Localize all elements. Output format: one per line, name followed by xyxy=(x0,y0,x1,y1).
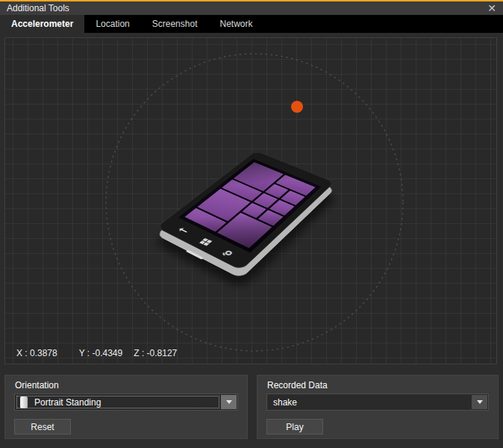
orientation-value: Portrait Standing xyxy=(34,397,101,408)
title-bar: Additional Tools ✕ xyxy=(0,0,503,15)
play-button[interactable]: Play xyxy=(266,419,323,435)
close-icon[interactable]: ✕ xyxy=(484,2,499,15)
search-icon xyxy=(224,250,233,256)
readout-x: X : 0.3878 xyxy=(16,348,57,358)
xyz-readout: X : 0.3878 Y : -0.4349 Z : -0.8127 xyxy=(16,348,177,358)
accelerometer-handle[interactable] xyxy=(291,101,303,113)
recorded-data-label: Recorded Data xyxy=(267,380,328,391)
orientation-select[interactable]: Portrait Standing xyxy=(14,393,238,411)
tab-screenshot[interactable]: Screenshot xyxy=(141,15,209,33)
recorded-data-dropdown-button[interactable] xyxy=(472,395,487,409)
recorded-data-panel: Recorded Data shake Play xyxy=(257,375,499,439)
back-icon xyxy=(180,228,187,232)
portrait-phone-icon xyxy=(20,396,28,408)
orientation-dropdown-button[interactable] xyxy=(221,395,237,409)
tab-bar: Accelerometer Location Screenshot Networ… xyxy=(0,15,503,33)
additional-tools-window: Additional Tools ✕ Accelerometer Locatio… xyxy=(0,0,503,448)
readout-y: Y : -0.4349 xyxy=(79,348,123,358)
tab-network[interactable]: Network xyxy=(208,15,263,33)
chevron-down-icon xyxy=(477,400,483,407)
tab-accelerometer[interactable]: Accelerometer xyxy=(0,15,84,33)
windows-icon xyxy=(199,238,212,246)
orientation-panel: Orientation Portrait Standing Reset xyxy=(4,375,248,439)
readout-z: Z : -0.8127 xyxy=(134,348,177,358)
tab-location[interactable]: Location xyxy=(84,15,140,33)
recorded-data-value: shake xyxy=(267,397,297,408)
accelerometer-canvas[interactable]: X : 0.3878 Y : -0.4349 Z : -0.8127 xyxy=(4,37,497,364)
chevron-down-icon xyxy=(226,400,232,407)
reset-button[interactable]: Reset xyxy=(14,419,71,435)
orientation-label: Orientation xyxy=(15,380,59,391)
recorded-data-select[interactable]: shake xyxy=(266,393,489,411)
window-title: Additional Tools xyxy=(7,3,69,13)
